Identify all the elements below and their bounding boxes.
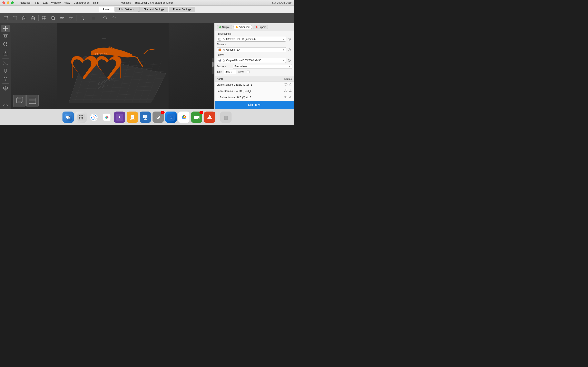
viewport-svg: ORIGINAL PRUS OH, Barbie <box>11 23 214 109</box>
dock-pages[interactable]: PAGES <box>127 111 138 123</box>
obj-eye-icon-2[interactable] <box>284 89 287 93</box>
obj-name-2: Barbie Karaoke...raBIG (1).stl_2 <box>217 90 283 92</box>
menu-window[interactable]: Window <box>51 1 61 4</box>
move-tool[interactable] <box>1 25 9 32</box>
dock-chrome[interactable] <box>178 111 190 123</box>
dock-facetime[interactable]: 22 <box>191 111 202 123</box>
support-tool[interactable] <box>1 67 9 75</box>
layers-button[interactable] <box>90 14 97 22</box>
filament-config-btn[interactable] <box>287 47 292 52</box>
main-content: ORIGINAL PRUS OH, Barbie <box>0 13 294 109</box>
seam-tool[interactable] <box>1 75 9 82</box>
filament-label: Filament: <box>217 43 231 46</box>
obj-edit-icon-2[interactable] <box>289 89 292 93</box>
tab-printer-settings[interactable]: Printer Settings <box>169 7 195 12</box>
minimize-button[interactable] <box>7 1 9 4</box>
delete-button[interactable] <box>20 14 28 22</box>
dock-keynote[interactable] <box>140 111 151 123</box>
dock-reeder[interactable]: ★ <box>114 111 125 123</box>
measure-tool[interactable] <box>1 100 9 107</box>
select-button[interactable] <box>11 14 19 22</box>
slice-now-button[interactable]: Slice now <box>215 101 294 109</box>
svg-rect-47 <box>4 53 7 55</box>
menu-edit[interactable]: Edit <box>43 1 47 4</box>
scale-tool[interactable] <box>1 33 9 40</box>
obj-name-3: Barbie Karaok...BIG (1).stl_5 <box>220 96 283 99</box>
printer-label: Printer: <box>217 54 231 57</box>
dock-photos[interactable] <box>101 111 112 123</box>
layer-view-button[interactable] <box>26 95 39 107</box>
split-parts-button[interactable] <box>67 14 75 22</box>
col-editing: Editing <box>285 78 292 80</box>
advanced-mode-button[interactable]: Advanced <box>233 25 252 29</box>
printer-value: Original Prusa i3 MK3S & MK3S+ <box>226 59 282 62</box>
tab-filament-settings[interactable]: Filament Settings <box>139 7 168 12</box>
copy-button[interactable] <box>49 14 57 22</box>
dock-trash[interactable] <box>220 111 232 123</box>
viewport-canvas: ORIGINAL PRUS OH, Barbie <box>11 23 214 109</box>
redo-button[interactable] <box>110 14 118 22</box>
menu-file[interactable]: File <box>35 1 39 4</box>
simple-mode-button[interactable]: Simple <box>217 25 232 29</box>
expert-mode-button[interactable]: Expert <box>253 25 268 29</box>
printer-select[interactable]: Original Prusa i3 MK3S & MK3S+ ▼ <box>217 58 286 63</box>
print-settings-select[interactable]: 0.20mm SPEED (modified) ▼ <box>217 37 286 42</box>
svg-rect-19 <box>44 16 46 18</box>
table-row[interactable]: ⚠ Barbie Karaok...BIG (1).stl_5 <box>215 94 294 101</box>
filament-select[interactable]: Generic PLA ▼ <box>217 47 286 52</box>
svg-rect-123 <box>219 60 220 61</box>
svg-rect-23 <box>52 17 54 19</box>
fdm-tool[interactable] <box>1 85 9 92</box>
svg-point-142 <box>68 116 70 119</box>
dock-launchpad[interactable] <box>75 111 86 123</box>
svg-point-152 <box>80 117 81 118</box>
table-row[interactable]: Barbie Karaoke ...raBIG (1).stl_1 <box>215 82 294 88</box>
delete-all-button[interactable] <box>29 14 37 22</box>
svg-rect-42 <box>4 35 7 37</box>
tab-plater[interactable]: Plater <box>99 7 114 12</box>
dock-safari[interactable] <box>88 111 99 123</box>
svg-point-144 <box>69 117 70 117</box>
print-settings-config-btn[interactable] <box>287 36 292 42</box>
brim-checkbox[interactable] <box>247 71 250 73</box>
obj-edit-icon-1[interactable] <box>289 83 292 87</box>
dock-separator <box>218 112 218 122</box>
dock-finder[interactable] <box>62 111 74 123</box>
menu-view[interactable]: View <box>64 1 70 4</box>
dock-prusaslicer[interactable] <box>204 111 215 123</box>
close-button[interactable] <box>2 1 5 4</box>
menu-prusaslicer[interactable]: PrusaSlicer <box>18 1 31 4</box>
tab-print-settings[interactable]: Print Settings <box>114 7 139 12</box>
system-prefs-badge: 1 <box>161 111 164 114</box>
svg-point-138 <box>285 97 286 98</box>
supports-select[interactable]: Everywhere ▼ <box>233 64 292 69</box>
print-settings-control-row: 0.20mm SPEED (modified) ▼ <box>217 36 292 42</box>
menu-help[interactable]: Help <box>93 1 99 4</box>
svg-point-131 <box>284 83 287 85</box>
obj-edit-icon-3[interactable] <box>289 95 292 100</box>
place-tool[interactable] <box>1 50 9 57</box>
svg-point-156 <box>82 118 83 119</box>
infill-select[interactable]: 20% ▼ <box>224 70 236 74</box>
obj-eye-icon-1[interactable] <box>284 83 287 87</box>
search-button[interactable] <box>78 14 86 22</box>
rotate-tool[interactable] <box>1 40 9 48</box>
supports-value: Everywhere <box>234 65 288 68</box>
titlebar: PrusaSlicer File Edit Window View Config… <box>0 0 294 6</box>
svg-point-154 <box>79 118 80 119</box>
cut-tool[interactable] <box>1 59 9 67</box>
add-button[interactable] <box>2 14 10 22</box>
printer-config-btn[interactable] <box>287 58 292 63</box>
table-row[interactable]: Barbie Karaoke...raBIG (1).stl_2 <box>215 88 294 94</box>
3d-view-button[interactable] <box>13 95 26 107</box>
simple-dot <box>219 26 221 28</box>
split-objects-button[interactable] <box>58 14 66 22</box>
viewport[interactable]: ORIGINAL PRUS OH, Barbie <box>11 23 214 109</box>
dock-system-prefs[interactable]: 1 <box>153 111 164 123</box>
dock-proxyman[interactable]: Q <box>165 111 177 123</box>
arrange-button[interactable] <box>40 14 48 22</box>
obj-eye-icon-3[interactable] <box>284 96 287 99</box>
menu-configuration[interactable]: Configuration <box>74 1 89 4</box>
undo-button[interactable] <box>101 14 109 22</box>
maximize-button[interactable] <box>11 1 14 4</box>
